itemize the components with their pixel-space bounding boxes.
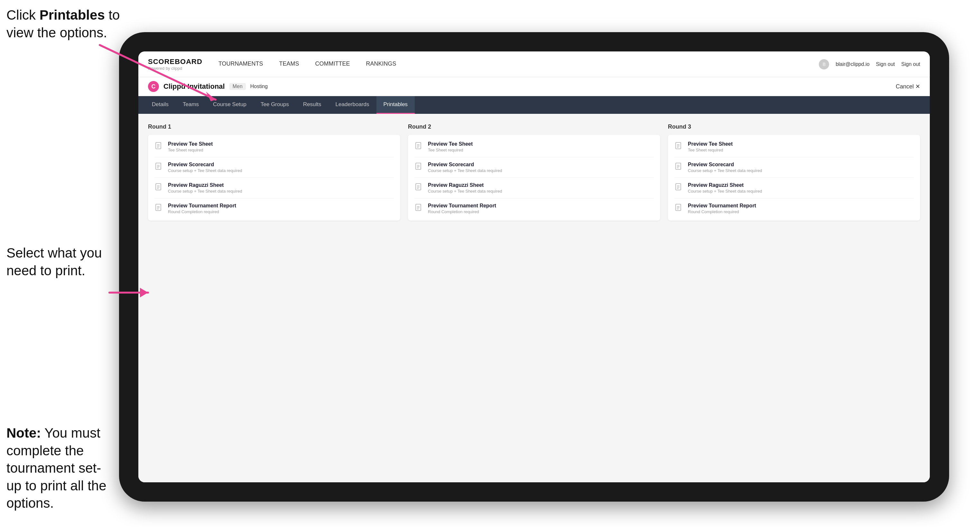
svg-rect-24 [416, 163, 421, 170]
svg-rect-8 [156, 163, 161, 170]
top-nav-right: B blair@clippd.io Sign out Sign out [819, 59, 920, 70]
svg-rect-16 [156, 204, 161, 211]
round-3-tournament-report[interactable]: Preview Tournament Report Round Completi… [675, 198, 914, 214]
round-3-raguzzi-title: Preview Raguzzi Sheet [688, 182, 762, 188]
round-2-raguzzi[interactable]: Preview Raguzzi Sheet Course setup + Tee… [414, 178, 654, 198]
doc-icon-2 [154, 162, 164, 171]
round-2-scorecard-text: Preview Scorecard Course setup + Tee She… [428, 162, 502, 173]
tab-results[interactable]: Results [296, 96, 328, 114]
nav-teams[interactable]: TEAMS [279, 59, 299, 69]
round-3-title: Round 3 [668, 124, 920, 130]
user-email: blair@clippd.io [835, 62, 869, 67]
round-2-scorecard-subtitle: Course setup + Tee Sheet data required [428, 168, 502, 173]
top-nav-links: TOURNAMENTS TEAMS COMMITTEE RANKINGS [218, 59, 819, 69]
doc-icon-r3-1 [675, 142, 683, 151]
arrow-middle [106, 280, 151, 305]
tablet-screen: SCOREBOARD Powered by clippd TOURNAMENTS… [138, 51, 930, 482]
svg-rect-48 [676, 204, 681, 211]
doc-icon-r3-3 [675, 183, 683, 192]
round-3-tee-sheet-title: Preview Tee Sheet [688, 141, 733, 147]
round-1-raguzzi-subtitle: Course setup + Tee Sheet data required [168, 189, 242, 194]
round-3-tournament-report-text: Preview Tournament Report Round Completi… [688, 203, 756, 214]
doc-icon-r3-2 [675, 162, 683, 171]
round-1-column: Round 1 Preview Tee Sheet Tee S [148, 124, 400, 221]
svg-marker-3 [140, 288, 148, 297]
round-1-tee-sheet-subtitle: Tee Sheet required [168, 148, 213, 152]
svg-rect-44 [676, 184, 681, 190]
cancel-button[interactable]: Cancel ✕ [896, 83, 920, 90]
round-3-scorecard-subtitle: Course setup + Tee Sheet data required [688, 168, 762, 173]
round-3-tee-sheet[interactable]: Preview Tee Sheet Tee Sheet required [675, 141, 914, 157]
annotation-middle: Select what you need to print. [6, 244, 110, 279]
sign-out-link[interactable]: Sign out [876, 62, 895, 67]
nav-rankings[interactable]: RANKINGS [366, 59, 396, 69]
tablet-frame: SCOREBOARD Powered by clippd TOURNAMENTS… [119, 32, 949, 502]
round-3-tournament-report-title: Preview Tournament Report [688, 203, 756, 209]
round-1-scorecard[interactable]: Preview Scorecard Course setup + Tee She… [154, 157, 394, 178]
round-2-scorecard[interactable]: Preview Scorecard Course setup + Tee She… [414, 157, 654, 178]
round-2-column: Round 2 Preview Tee Sheet Tee S [408, 124, 660, 221]
round-1-title: Round 1 [148, 124, 400, 130]
tab-tee-groups[interactable]: Tee Groups [253, 96, 296, 114]
rounds-grid: Round 1 Preview Tee Sheet Tee S [148, 124, 920, 221]
doc-icon [154, 142, 164, 151]
round-1-scorecard-text: Preview Scorecard Course setup + Tee She… [168, 162, 242, 173]
round-1-tee-sheet-text: Preview Tee Sheet Tee Sheet required [168, 141, 213, 152]
round-3-column: Round 3 Preview Tee Sheet Tee S [668, 124, 920, 221]
round-3-raguzzi-text: Preview Raguzzi Sheet Course setup + Tee… [688, 182, 762, 194]
round-3-tournament-report-subtitle: Round Completion required [688, 210, 756, 214]
round-1-tournament-report[interactable]: Preview Tournament Report Round Completi… [154, 198, 394, 214]
doc-icon-4 [154, 203, 164, 213]
round-3-raguzzi[interactable]: Preview Raguzzi Sheet Course setup + Tee… [675, 178, 914, 198]
round-1-tournament-report-title: Preview Tournament Report [168, 203, 236, 209]
annotation-bottom: Note: You must complete the tournament s… [6, 424, 116, 512]
svg-line-0 [100, 45, 216, 100]
svg-rect-28 [416, 184, 421, 190]
svg-rect-4 [156, 143, 161, 149]
svg-rect-20 [416, 143, 421, 149]
doc-icon-r2-2 [414, 162, 423, 171]
sign-out-text[interactable]: Sign out [901, 62, 920, 67]
round-2-scorecard-title: Preview Scorecard [428, 162, 502, 168]
round-3-scorecard[interactable]: Preview Scorecard Course setup + Tee She… [675, 157, 914, 178]
annotation-bold: Printables [40, 7, 105, 22]
round-2-tee-sheet[interactable]: Preview Tee Sheet Tee Sheet required [414, 141, 654, 157]
svg-rect-40 [676, 163, 681, 170]
nav-committee[interactable]: COMMITTEE [315, 59, 350, 69]
doc-icon-r2-1 [414, 142, 423, 151]
round-2-card: Preview Tee Sheet Tee Sheet required [408, 135, 660, 221]
tab-leaderboards[interactable]: Leaderboards [328, 96, 376, 114]
tournament-badge: Men [229, 83, 246, 90]
svg-rect-12 [156, 184, 161, 190]
round-1-raguzzi[interactable]: Preview Raguzzi Sheet Course setup + Tee… [154, 178, 394, 198]
round-1-tee-sheet-title: Preview Tee Sheet [168, 141, 213, 147]
hosting-badge: Hosting [250, 84, 268, 89]
top-nav: SCOREBOARD Powered by clippd TOURNAMENTS… [138, 51, 930, 77]
svg-rect-36 [676, 143, 681, 149]
round-3-tee-sheet-text: Preview Tee Sheet Tee Sheet required [688, 141, 733, 152]
round-3-scorecard-title: Preview Scorecard [688, 162, 762, 168]
round-1-tournament-report-text: Preview Tournament Report Round Completi… [168, 203, 236, 214]
round-2-title: Round 2 [408, 124, 660, 130]
round-1-card: Preview Tee Sheet Tee Sheet required [148, 135, 400, 221]
doc-icon-r3-4 [675, 203, 683, 213]
svg-rect-32 [416, 204, 421, 211]
round-1-raguzzi-text: Preview Raguzzi Sheet Course setup + Tee… [168, 182, 242, 194]
round-1-tee-sheet[interactable]: Preview Tee Sheet Tee Sheet required [154, 141, 394, 157]
annotation-note-bold: Note: [6, 425, 41, 441]
round-1-scorecard-title: Preview Scorecard [168, 162, 242, 168]
tab-printables[interactable]: Printables [376, 96, 415, 114]
round-2-raguzzi-title: Preview Raguzzi Sheet [428, 182, 502, 188]
nav-tournaments[interactable]: TOURNAMENTS [218, 59, 263, 69]
round-2-tournament-report-subtitle: Round Completion required [428, 210, 496, 214]
arrow-top [97, 42, 219, 106]
round-3-scorecard-text: Preview Scorecard Course setup + Tee She… [688, 162, 762, 173]
tab-nav: Details Teams Course Setup Tee Groups Re… [138, 96, 930, 114]
round-2-tournament-report-text: Preview Tournament Report Round Completi… [428, 203, 496, 214]
tournament-header: C Clippd Invitational Men Hosting Cancel… [138, 77, 930, 96]
round-2-raguzzi-text: Preview Raguzzi Sheet Course setup + Tee… [428, 182, 502, 194]
doc-icon-3 [154, 183, 164, 192]
round-2-tournament-report[interactable]: Preview Tournament Report Round Completi… [414, 198, 654, 214]
doc-icon-r2-4 [414, 203, 423, 213]
round-2-tee-sheet-title: Preview Tee Sheet [428, 141, 473, 147]
